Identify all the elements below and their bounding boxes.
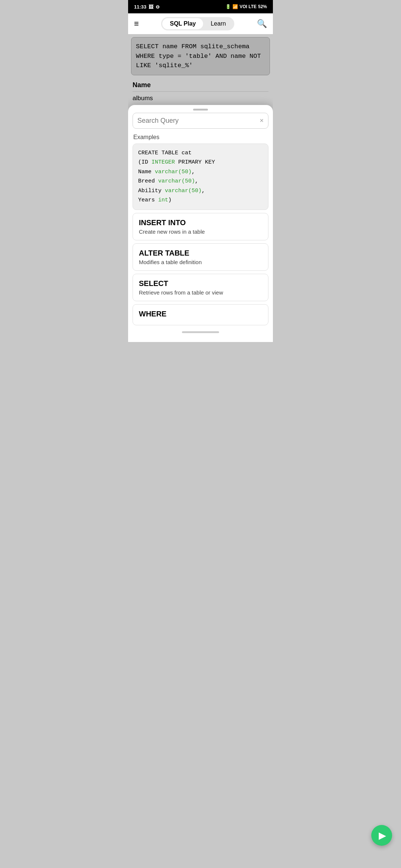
query-card-alter-table-title: ALTER TABLE [139, 249, 262, 257]
signal-label: VOI LTE [239, 4, 257, 9]
example-code: CREATE TABLE cat (ID INTEGER PRIMARY KEY… [138, 148, 263, 205]
clear-search-icon[interactable]: × [260, 117, 264, 125]
dnd-icon: ⊖ [156, 4, 160, 10]
battery-saver-icon: 🔋 [225, 4, 231, 9]
sql-query-text: SELECT name FROM sqlite_schema WHERE typ… [136, 42, 265, 70]
search-icon[interactable]: 🔍 [257, 19, 267, 29]
query-card-select[interactable]: SELECT Retrieve rows from a table or vie… [133, 274, 268, 301]
top-nav: ≡ SQL Play Learn 🔍 [128, 13, 273, 34]
query-card-insert-into-desc: Create new rows in a table [139, 228, 262, 235]
status-right: 🔋 📶 VOI LTE 52% [225, 4, 267, 9]
nav-tabs: SQL Play Learn [161, 17, 234, 30]
battery-percent: 52% [258, 4, 267, 9]
query-card-insert-into[interactable]: INSERT INTO Create new rows in a table [133, 213, 268, 240]
query-card-where-title: WHERE [139, 310, 262, 318]
wifi-icon: 📶 [232, 4, 238, 9]
bottom-sheet-handle[interactable] [128, 105, 273, 113]
search-input[interactable] [137, 117, 260, 125]
results-column-header: Name [133, 81, 268, 92]
sql-editor[interactable]: SELECT name FROM sqlite_schema WHERE typ… [131, 37, 270, 75]
hamburger-menu-icon[interactable]: ≡ [134, 19, 139, 29]
query-card-alter-table[interactable]: ALTER TABLE Modifies a table definition [133, 243, 268, 271]
status-time: 11:33 [134, 4, 146, 10]
query-card-insert-into-title: INSERT INTO [139, 218, 262, 227]
examples-code-block: CREATE TABLE cat (ID INTEGER PRIMARY KEY… [133, 144, 268, 210]
search-input-row: × [133, 113, 268, 129]
status-left: 11:33 🖼 ⊖ [134, 4, 160, 10]
examples-label: Examples [128, 132, 273, 142]
photo-icon: 🖼 [149, 4, 153, 10]
tab-sql-play[interactable]: SQL Play [162, 18, 203, 29]
query-card-select-title: SELECT [139, 279, 262, 288]
status-bar: 11:33 🖼 ⊖ 🔋 📶 VOI LTE 52% [128, 0, 273, 13]
query-card-alter-table-desc: Modifies a table definition [139, 259, 262, 265]
query-card-where[interactable]: WHERE [133, 304, 268, 325]
bottom-sheet: × Examples CREATE TABLE cat (ID INTEGER … [128, 105, 273, 342]
bottom-scrollbar [128, 328, 273, 335]
results-row: albums [133, 93, 268, 103]
results-area: Name albums [128, 78, 273, 105]
query-card-select-desc: Retrieve rows from a table or view [139, 289, 262, 296]
scroll-thumb [182, 331, 219, 333]
handle-bar [193, 109, 208, 111]
tab-learn[interactable]: Learn [203, 18, 233, 29]
